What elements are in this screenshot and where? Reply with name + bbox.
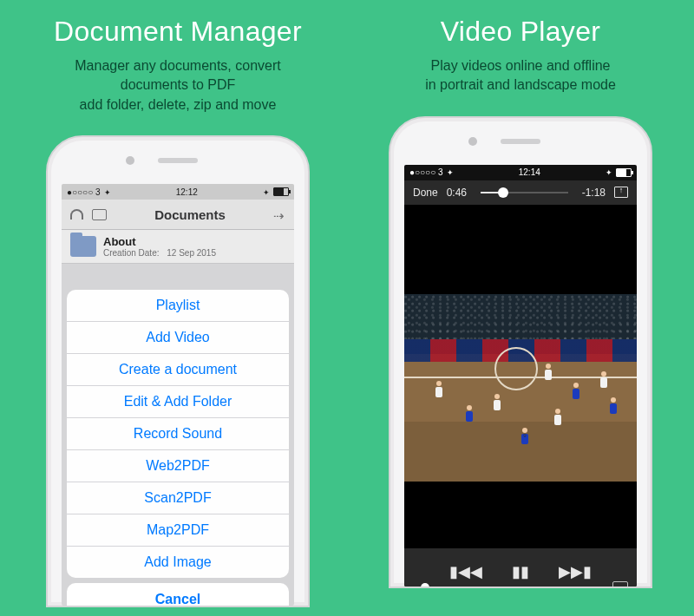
phone-mockup: ●○○○○ 3 12:14 Done 0:46 bbox=[356, 116, 685, 588]
player-sprite bbox=[554, 409, 561, 425]
player-sprite bbox=[466, 405, 473, 422]
action-item-add-video[interactable]: Add Video bbox=[67, 322, 289, 354]
wifi-icon bbox=[104, 187, 111, 197]
pause-button[interactable]: ▮▮ bbox=[512, 562, 529, 581]
battery-icon bbox=[273, 187, 289, 196]
phone-camera-dot bbox=[468, 137, 477, 146]
scrubber[interactable] bbox=[481, 192, 568, 193]
status-bar: ●○○○○ 3 12:12 bbox=[62, 184, 294, 200]
player-sprite bbox=[600, 371, 607, 388]
action-item-record-sound[interactable]: Record Sound bbox=[67, 418, 289, 450]
fullscreen-icon[interactable] bbox=[614, 187, 628, 198]
rewind-button[interactable]: ▮◀◀ bbox=[449, 562, 482, 581]
player-sprite: 9 bbox=[521, 428, 528, 444]
player-sprite bbox=[435, 381, 442, 397]
action-cancel-button[interactable]: Cancel bbox=[67, 583, 289, 606]
bluetooth-icon bbox=[606, 167, 612, 177]
status-time: 12:14 bbox=[519, 167, 540, 177]
status-bar: ●○○○○ 3 12:14 bbox=[404, 165, 637, 180]
action-item-playlist[interactable]: Playlist bbox=[67, 290, 289, 322]
promo-panel-document-manager: Document Manager Manager any documents, … bbox=[13, 0, 343, 607]
panel-subtitle: Manager any documents, convert documents… bbox=[13, 56, 343, 115]
player-sprite bbox=[545, 364, 552, 380]
bluetooth-icon bbox=[263, 187, 270, 197]
video-frame[interactable]: 9 bbox=[404, 220, 637, 555]
player-sprite bbox=[573, 383, 579, 399]
status-time: 12:12 bbox=[176, 187, 198, 197]
action-item-add-image[interactable]: Add Image bbox=[67, 547, 289, 578]
phone-speaker bbox=[158, 158, 198, 163]
action-item-web2pdf[interactable]: Web2PDF bbox=[67, 450, 289, 482]
player-sprite bbox=[494, 394, 501, 410]
player-sprite bbox=[610, 397, 617, 414]
airplay-icon[interactable] bbox=[612, 581, 628, 587]
phone-camera-dot bbox=[126, 156, 134, 165]
wifi-icon bbox=[447, 167, 454, 177]
playback-controls: ▮◀◀ ▮▮ ▶▶▮ bbox=[404, 548, 637, 587]
video-top-bar: Done 0:46 -1:18 bbox=[404, 180, 637, 205]
action-item-edit-add-folder[interactable]: Edit & Add Folder bbox=[67, 386, 289, 418]
action-item-map2pdf[interactable]: Map2PDF bbox=[67, 514, 289, 547]
carrier-label: ●○○○○ 3 bbox=[409, 167, 443, 177]
action-sheet: PlaylistAdd VideoCreate a documentEdit &… bbox=[67, 290, 289, 606]
forward-button[interactable]: ▶▶▮ bbox=[559, 562, 592, 581]
action-item-scan2pdf[interactable]: Scan2PDF bbox=[67, 482, 289, 514]
volume-knob[interactable] bbox=[421, 583, 429, 587]
battery-icon bbox=[616, 168, 632, 177]
panel-title: Video Player bbox=[356, 16, 685, 48]
scrubber-knob[interactable] bbox=[498, 187, 508, 198]
panel-subtitle: Play videos online and offline in portra… bbox=[356, 56, 685, 95]
promo-panel-video-player: Video Player Play videos online and offl… bbox=[356, 0, 685, 588]
phone-mockup: ●○○○○ 3 12:12 Docume bbox=[13, 135, 343, 607]
remaining-time: -1:18 bbox=[582, 187, 606, 199]
action-item-create-a-document[interactable]: Create a document bbox=[67, 354, 289, 386]
elapsed-time: 0:46 bbox=[447, 187, 467, 199]
phone-speaker bbox=[501, 139, 540, 144]
carrier-label: ●○○○○ 3 bbox=[67, 187, 101, 197]
panel-title: Document Manager bbox=[13, 16, 343, 48]
done-button[interactable]: Done bbox=[413, 187, 438, 199]
